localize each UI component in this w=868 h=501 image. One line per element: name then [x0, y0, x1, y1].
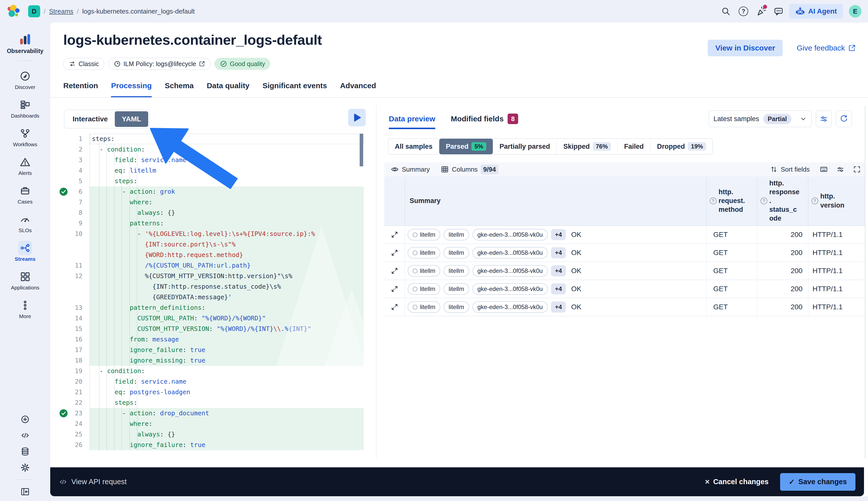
- summary-pill[interactable]: litellm: [444, 283, 469, 295]
- filter-parsed[interactable]: Parsed5%: [439, 139, 493, 154]
- code-line[interactable]: 23 - action: drop_document: [59, 408, 364, 418]
- space-badge[interactable]: D: [28, 5, 40, 17]
- http-response-status-cell[interactable]: 200: [758, 280, 809, 298]
- expand-row-icon[interactable]: [384, 280, 405, 298]
- tab-significant-events[interactable]: Significant events: [262, 76, 327, 97]
- tab-processing[interactable]: Processing: [111, 76, 152, 97]
- summary-pill[interactable]: litellm: [408, 229, 440, 241]
- yaml-code-editor[interactable]: 1steps:2 - condition:3 field: service.na…: [59, 134, 364, 452]
- summary-cell[interactable]: litellmlitellmgke-eden-3...0f058-vk0u+4O…: [405, 298, 707, 316]
- save-changes-button[interactable]: ✓ Save changes: [780, 473, 855, 491]
- sidebar-item-discover[interactable]: Discover: [11, 69, 39, 90]
- ai-agent-button[interactable]: AI Agent: [789, 4, 843, 19]
- code-line[interactable]: 8 always: {}: [59, 207, 364, 218]
- code-line[interactable]: 1steps:: [59, 134, 364, 144]
- expand-row-icon[interactable]: [384, 262, 405, 280]
- search-icon[interactable]: [719, 4, 733, 18]
- view-in-discover-button[interactable]: View in Discover: [708, 40, 783, 56]
- breadcrumb-streams[interactable]: Streams: [49, 8, 73, 15]
- editor-scrollbar-thumb[interactable]: [360, 134, 363, 166]
- column-header[interactable]: Summary: [405, 177, 707, 225]
- filter-all-samples[interactable]: All samples: [388, 139, 439, 154]
- data-management-icon[interactable]: [20, 447, 30, 456]
- preview-scrollbar[interactable]: [865, 106, 866, 459]
- code-line[interactable]: 5 steps:: [59, 176, 364, 186]
- expand-row-icon[interactable]: [384, 226, 405, 244]
- code-line[interactable]: {GREEDYDATA:message}': [59, 292, 364, 302]
- preview-settings-button[interactable]: [816, 110, 832, 127]
- filter-dropped[interactable]: Dropped19%: [651, 139, 713, 154]
- collapse-sidebar-icon[interactable]: [20, 487, 30, 497]
- ilm-policy-badge[interactable]: ILM Policy: logs@lifecycle: [108, 58, 210, 70]
- code-line[interactable]: 20 field: service.name: [59, 376, 364, 387]
- column-header[interactable]: ?http.request.method: [707, 177, 758, 225]
- add-icon[interactable]: [20, 415, 30, 424]
- summary-pill[interactable]: litellm: [408, 283, 440, 295]
- tab-modified-fields[interactable]: Modified fields 8: [451, 110, 518, 129]
- run-simulation-button[interactable]: [348, 109, 366, 126]
- code-line[interactable]: 25 always: {}: [59, 429, 364, 440]
- code-line[interactable]: 9 patterns:: [59, 218, 364, 228]
- summary-cell[interactable]: litellmlitellmgke-eden-3...0f058-vk0u+4O…: [405, 280, 707, 298]
- http-version-cell[interactable]: HTTP/1.1: [809, 280, 866, 298]
- summary-pill[interactable]: litellm: [444, 265, 469, 277]
- tab-schema[interactable]: Schema: [165, 76, 194, 97]
- http-request-method-cell[interactable]: GET: [707, 298, 758, 316]
- http-request-method-cell[interactable]: GET: [707, 280, 758, 298]
- summary-cell[interactable]: litellmlitellmgke-eden-3...0f058-vk0u+4O…: [405, 262, 707, 280]
- summary-pill[interactable]: litellm: [444, 247, 469, 258]
- sidebar-item-slos[interactable]: SLOs: [11, 212, 39, 233]
- http-version-cell[interactable]: HTTP/1.1: [809, 262, 866, 280]
- code-line[interactable]: 17 ignore_failure: true: [59, 345, 364, 355]
- summary-pill[interactable]: gke-eden-3...0f058-vk0u: [473, 301, 548, 313]
- code-line[interactable]: {INT:source.port}\s-\s"%: [59, 239, 364, 250]
- code-line[interactable]: 13 pattern_definitions:: [59, 302, 364, 313]
- fullscreen-button[interactable]: [853, 165, 861, 173]
- summary-view-button[interactable]: Summary: [391, 165, 430, 173]
- summary-pill[interactable]: litellm: [408, 301, 440, 313]
- cancel-changes-button[interactable]: × Cancel changes: [705, 477, 769, 487]
- more-fields-badge[interactable]: +4: [551, 301, 566, 312]
- sidebar-item-workflows[interactable]: Workflows: [11, 126, 39, 148]
- filter-failed[interactable]: Failed: [618, 139, 651, 154]
- code-line[interactable]: 15 CUSTOM_HTTP_VERSION: "%{WORD}/%{INT}\…: [59, 323, 364, 334]
- http-request-method-cell[interactable]: GET: [707, 226, 758, 244]
- sidebar-item-streams[interactable]: Streams: [11, 241, 39, 262]
- help-icon[interactable]: ?: [736, 4, 750, 18]
- summary-cell[interactable]: litellmlitellmgke-eden-3...0f058-vk0u+4O…: [405, 244, 707, 262]
- http-response-status-cell[interactable]: 200: [758, 298, 809, 316]
- tab-advanced[interactable]: Advanced: [340, 76, 376, 97]
- settings-gear-icon[interactable]: [20, 463, 30, 472]
- code-line[interactable]: 2 - condition:: [59, 144, 364, 155]
- http-response-status-cell[interactable]: 200: [758, 262, 809, 280]
- expand-row-icon[interactable]: [384, 298, 405, 316]
- more-fields-badge[interactable]: +4: [551, 284, 566, 295]
- dev-tools-icon[interactable]: [20, 431, 30, 440]
- code-line[interactable]: 26 ignore_failure: true: [59, 440, 364, 450]
- columns-button[interactable]: Columns 9/94: [441, 164, 498, 174]
- filter-skipped[interactable]: Skipped76%: [557, 139, 618, 154]
- summary-pill[interactable]: gke-eden-3...0f058-vk0u: [473, 283, 548, 295]
- code-line[interactable]: 14 CUSTOM_URL_PATH: "%{WORD}/%{WORD}": [59, 313, 364, 323]
- code-line[interactable]: 18 ignore_missing: true: [59, 355, 364, 366]
- http-version-cell[interactable]: HTTP/1.1: [809, 298, 866, 316]
- code-line[interactable]: 12 %{CUSTOM_HTTP_VERSION:http.version}"\…: [59, 271, 364, 281]
- expand-row-icon[interactable]: [384, 244, 405, 262]
- http-version-cell[interactable]: HTTP/1.1: [809, 244, 866, 262]
- sidebar-item-applications[interactable]: Applications: [11, 269, 39, 291]
- sort-fields-button[interactable]: Sort fields: [770, 166, 810, 173]
- summary-pill[interactable]: gke-eden-3...0f058-vk0u: [473, 265, 548, 277]
- code-line[interactable]: 10 - '%{LOGLEVEL:log.level}:\s+%{IPV4:so…: [59, 228, 364, 239]
- summary-cell[interactable]: litellmlitellmgke-eden-3...0f058-vk0u+4O…: [405, 226, 707, 244]
- code-line[interactable]: 7 where:: [59, 197, 364, 207]
- code-line[interactable]: 3 field: service.name: [59, 155, 364, 165]
- sidebar-item-more[interactable]: More: [11, 298, 39, 319]
- code-line[interactable]: 11 /%{CUSTOM_URL_PATH:url.path}: [59, 260, 364, 271]
- row-settings-button[interactable]: [836, 165, 844, 173]
- announcements-icon[interactable]: [754, 4, 768, 18]
- code-line[interactable]: 4 eq: litellm: [59, 165, 364, 176]
- code-line[interactable]: 19 - condition:: [59, 366, 364, 376]
- code-line[interactable]: 6 - action: grok: [59, 186, 364, 197]
- observability-logo-icon[interactable]: [18, 33, 32, 46]
- filter-partially-parsed[interactable]: Partially parsed: [493, 139, 557, 154]
